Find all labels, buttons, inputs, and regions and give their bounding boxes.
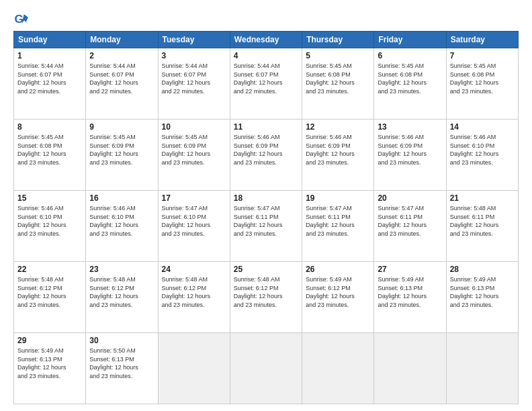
day-cell: 7Sunrise: 5:45 AM Sunset: 6:08 PM Daylig…: [446, 48, 518, 120]
day-cell: 19Sunrise: 5:47 AM Sunset: 6:11 PM Dayli…: [302, 191, 374, 262]
day-cell: 23Sunrise: 5:48 AM Sunset: 6:12 PM Dayli…: [86, 262, 158, 333]
day-number: 6: [378, 51, 442, 60]
day-info: Sunrise: 5:47 AM Sunset: 6:10 PM Dayligh…: [162, 204, 226, 238]
page: G SundayMondayTuesdayWednesdayThursdayFr…: [0, 0, 532, 411]
day-cell: 22Sunrise: 5:48 AM Sunset: 6:12 PM Dayli…: [14, 262, 86, 333]
day-info: Sunrise: 5:46 AM Sunset: 6:10 PM Dayligh…: [450, 133, 515, 167]
day-number: 14: [450, 122, 515, 132]
day-cell: [446, 333, 518, 404]
day-cell: 8Sunrise: 5:45 AM Sunset: 6:08 PM Daylig…: [14, 120, 86, 191]
day-number: 8: [17, 122, 82, 132]
day-cell: 21Sunrise: 5:48 AM Sunset: 6:11 PM Dayli…: [446, 191, 518, 262]
header-cell-tuesday: Tuesday: [158, 32, 230, 48]
day-number: 9: [89, 122, 154, 132]
day-info: Sunrise: 5:46 AM Sunset: 6:10 PM Dayligh…: [17, 204, 82, 238]
day-info: Sunrise: 5:47 AM Sunset: 6:11 PM Dayligh…: [234, 204, 298, 238]
day-cell: 18Sunrise: 5:47 AM Sunset: 6:11 PM Dayli…: [230, 191, 302, 262]
day-number: 30: [89, 336, 154, 345]
day-info: Sunrise: 5:49 AM Sunset: 6:13 PM Dayligh…: [17, 347, 82, 380]
day-number: 26: [306, 265, 370, 274]
week-row-2: 15Sunrise: 5:46 AM Sunset: 6:10 PM Dayli…: [14, 191, 519, 262]
logo: G: [13, 12, 31, 27]
week-row-0: 1Sunrise: 5:44 AM Sunset: 6:07 PM Daylig…: [14, 48, 519, 120]
header-row: SundayMondayTuesdayWednesdayThursdayFrid…: [14, 32, 519, 48]
day-cell: 14Sunrise: 5:46 AM Sunset: 6:10 PM Dayli…: [446, 120, 518, 191]
day-number: 28: [450, 265, 515, 274]
day-number: 12: [306, 122, 370, 132]
day-info: Sunrise: 5:49 AM Sunset: 6:12 PM Dayligh…: [306, 275, 370, 309]
day-cell: 20Sunrise: 5:47 AM Sunset: 6:11 PM Dayli…: [374, 191, 446, 262]
day-info: Sunrise: 5:48 AM Sunset: 6:12 PM Dayligh…: [17, 275, 82, 309]
header-cell-saturday: Saturday: [446, 32, 518, 48]
day-info: Sunrise: 5:49 AM Sunset: 6:13 PM Dayligh…: [450, 275, 515, 309]
day-info: Sunrise: 5:46 AM Sunset: 6:09 PM Dayligh…: [378, 133, 442, 167]
header-cell-thursday: Thursday: [302, 32, 374, 48]
day-info: Sunrise: 5:45 AM Sunset: 6:08 PM Dayligh…: [306, 62, 370, 95]
day-info: Sunrise: 5:49 AM Sunset: 6:13 PM Dayligh…: [378, 275, 442, 309]
day-number: 29: [17, 336, 82, 345]
day-number: 22: [17, 265, 82, 274]
day-info: Sunrise: 5:45 AM Sunset: 6:09 PM Dayligh…: [162, 133, 226, 167]
day-number: 23: [89, 265, 154, 274]
day-cell: 4Sunrise: 5:44 AM Sunset: 6:07 PM Daylig…: [230, 48, 302, 120]
week-row-1: 8Sunrise: 5:45 AM Sunset: 6:08 PM Daylig…: [14, 120, 519, 191]
day-info: Sunrise: 5:46 AM Sunset: 6:09 PM Dayligh…: [234, 133, 298, 167]
day-info: Sunrise: 5:46 AM Sunset: 6:10 PM Dayligh…: [89, 204, 154, 238]
day-cell: 5Sunrise: 5:45 AM Sunset: 6:08 PM Daylig…: [302, 48, 374, 120]
day-number: 1: [17, 51, 82, 60]
day-info: Sunrise: 5:44 AM Sunset: 6:07 PM Dayligh…: [162, 62, 226, 95]
day-info: Sunrise: 5:44 AM Sunset: 6:07 PM Dayligh…: [89, 62, 154, 95]
day-cell: 6Sunrise: 5:45 AM Sunset: 6:08 PM Daylig…: [374, 48, 446, 120]
calendar-header: SundayMondayTuesdayWednesdayThursdayFrid…: [14, 32, 519, 48]
day-number: 20: [378, 193, 442, 203]
day-info: Sunrise: 5:48 AM Sunset: 6:12 PM Dayligh…: [234, 275, 298, 309]
day-cell: 26Sunrise: 5:49 AM Sunset: 6:12 PM Dayli…: [302, 262, 374, 333]
header-cell-monday: Monday: [86, 32, 158, 48]
day-info: Sunrise: 5:46 AM Sunset: 6:09 PM Dayligh…: [306, 133, 370, 167]
day-cell: 24Sunrise: 5:48 AM Sunset: 6:12 PM Dayli…: [158, 262, 230, 333]
day-info: Sunrise: 5:48 AM Sunset: 6:12 PM Dayligh…: [162, 275, 226, 309]
day-cell: 27Sunrise: 5:49 AM Sunset: 6:13 PM Dayli…: [374, 262, 446, 333]
day-number: 13: [378, 122, 442, 132]
day-cell: 25Sunrise: 5:48 AM Sunset: 6:12 PM Dayli…: [230, 262, 302, 333]
day-info: Sunrise: 5:45 AM Sunset: 6:08 PM Dayligh…: [450, 62, 515, 95]
day-cell: 9Sunrise: 5:45 AM Sunset: 6:09 PM Daylig…: [86, 120, 158, 191]
header-cell-wednesday: Wednesday: [230, 32, 302, 48]
day-number: 16: [89, 193, 154, 203]
day-cell: 17Sunrise: 5:47 AM Sunset: 6:10 PM Dayli…: [158, 191, 230, 262]
day-number: 19: [306, 193, 370, 203]
day-info: Sunrise: 5:44 AM Sunset: 6:07 PM Dayligh…: [17, 62, 82, 95]
day-number: 5: [306, 51, 370, 60]
day-number: 25: [234, 265, 298, 274]
day-info: Sunrise: 5:45 AM Sunset: 6:08 PM Dayligh…: [17, 133, 82, 167]
week-row-3: 22Sunrise: 5:48 AM Sunset: 6:12 PM Dayli…: [14, 262, 519, 333]
day-number: 11: [234, 122, 298, 132]
day-number: 7: [450, 51, 515, 60]
day-cell: 10Sunrise: 5:45 AM Sunset: 6:09 PM Dayli…: [158, 120, 230, 191]
day-info: Sunrise: 5:45 AM Sunset: 6:08 PM Dayligh…: [378, 62, 442, 95]
header-cell-friday: Friday: [374, 32, 446, 48]
day-info: Sunrise: 5:45 AM Sunset: 6:09 PM Dayligh…: [89, 133, 154, 167]
day-number: 4: [234, 51, 298, 60]
calendar-body: 1Sunrise: 5:44 AM Sunset: 6:07 PM Daylig…: [14, 48, 519, 404]
header-cell-sunday: Sunday: [14, 32, 86, 48]
day-cell: 28Sunrise: 5:49 AM Sunset: 6:13 PM Dayli…: [446, 262, 518, 333]
day-info: Sunrise: 5:47 AM Sunset: 6:11 PM Dayligh…: [306, 204, 370, 238]
day-cell: 12Sunrise: 5:46 AM Sunset: 6:09 PM Dayli…: [302, 120, 374, 191]
day-number: 24: [162, 265, 226, 274]
day-cell: [158, 333, 230, 404]
day-info: Sunrise: 5:50 AM Sunset: 6:13 PM Dayligh…: [89, 347, 154, 380]
day-cell: [302, 333, 374, 404]
day-info: Sunrise: 5:48 AM Sunset: 6:12 PM Dayligh…: [89, 275, 154, 309]
logo-icon: G: [13, 12, 28, 27]
day-cell: 11Sunrise: 5:46 AM Sunset: 6:09 PM Dayli…: [230, 120, 302, 191]
day-cell: 30Sunrise: 5:50 AM Sunset: 6:13 PM Dayli…: [86, 333, 158, 404]
week-row-4: 29Sunrise: 5:49 AM Sunset: 6:13 PM Dayli…: [14, 333, 519, 404]
day-number: 10: [162, 122, 226, 132]
day-cell: [230, 333, 302, 404]
day-cell: [374, 333, 446, 404]
day-number: 15: [17, 193, 82, 203]
day-number: 2: [89, 51, 154, 60]
day-number: 21: [450, 193, 515, 203]
day-number: 18: [234, 193, 298, 203]
